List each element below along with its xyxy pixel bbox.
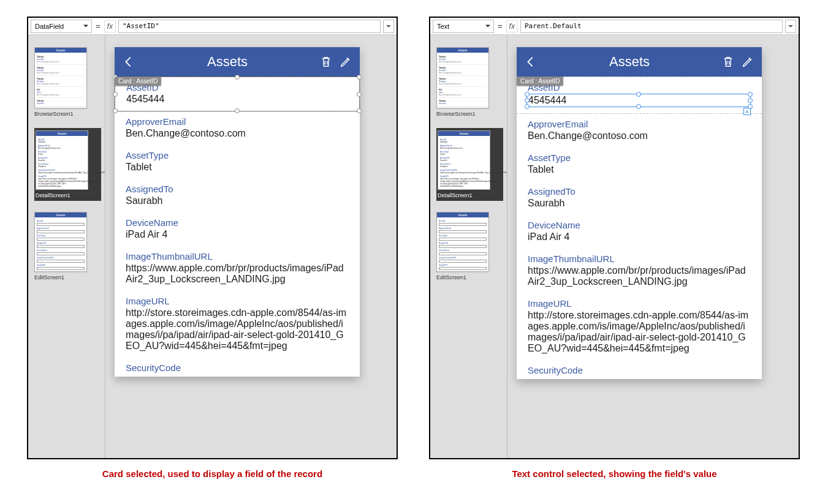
- formula-expand-button[interactable]: [785, 20, 796, 33]
- back-icon[interactable]: [122, 55, 135, 69]
- card-approveremail[interactable]: ApproverEmail Ben.Change@contoso.com: [115, 111, 360, 145]
- canvas[interactable]: Assets Card : AssetID AssetID 4545: [507, 35, 799, 458]
- resize-handle[interactable]: [636, 92, 641, 97]
- property-dropdown[interactable]: Text: [433, 20, 494, 33]
- screen-thumbnail-rail: Assets TabletSaurabhBen.Change@contoso.c…: [28, 35, 105, 458]
- resize-handle[interactable]: [525, 92, 530, 97]
- resize-handle[interactable]: [636, 104, 641, 109]
- card-devicename[interactable]: DeviceName iPad Air 4: [517, 215, 762, 249]
- resize-handle[interactable]: [525, 104, 530, 109]
- thumb-browse[interactable]: Assets TabletSaurabhBen.Change@contoso.c…: [436, 47, 503, 117]
- panel-text-selected: Text = fx Assets TabletSaurabhBen.Change…: [429, 17, 800, 459]
- thumb-detail[interactable]: Assets AssetID4545444 ApproverEmailBen.C…: [34, 128, 101, 201]
- canvas[interactable]: Assets Card : AssetID AssetID 4545444: [105, 35, 397, 458]
- resize-handle[interactable]: [525, 98, 530, 103]
- caption-right: Text control selected, showing the field…: [429, 468, 800, 479]
- thumb-edit[interactable]: Assets AssetID ApproverEmail AssetType A…: [436, 212, 503, 280]
- fx-icon[interactable]: fx: [506, 20, 518, 32]
- formula-bar: Text = fx: [430, 18, 799, 35]
- caption-left: Card selected, used to display a field o…: [27, 468, 398, 479]
- formula-expand-button[interactable]: [383, 20, 394, 33]
- selection-tag: Card : AssetID: [115, 77, 161, 86]
- card-approveremail[interactable]: ApproverEmail Ben.Change@contoso.com: [517, 114, 762, 148]
- thumb-detail[interactable]: Assets AssetID4545444 ApproverEmailBen.C…: [436, 128, 503, 201]
- trash-icon[interactable]: [319, 55, 333, 69]
- field-value: 4545444: [126, 94, 348, 105]
- resize-handle[interactable]: [748, 92, 753, 97]
- resize-handle[interactable]: [357, 75, 362, 80]
- card-imagethumbnailurl[interactable]: ImageThumbnailURL https://www.apple.com/…: [115, 246, 360, 291]
- card-imagethumbnailurl[interactable]: ImageThumbnailURL https://www.apple.com/…: [517, 249, 762, 293]
- equals-sign: =: [94, 21, 102, 31]
- workspace: Assets TabletSaurabhBen.Change@contoso.c…: [430, 35, 799, 458]
- thumb-edit[interactable]: Assets AssetID ApproverEmail AssetType A…: [34, 212, 101, 280]
- screen-thumbnail-rail: Assets TabletSaurabhBen.Change@contoso.c…: [430, 35, 507, 458]
- phone-preview: Assets Card : AssetID AssetID 4545: [517, 47, 762, 379]
- trash-icon[interactable]: [721, 55, 735, 69]
- resize-handle[interactable]: [113, 92, 118, 97]
- formula-bar: DataField = fx: [28, 18, 397, 35]
- thumb-browse[interactable]: Assets TabletSaurabhBen.Change@contoso.c…: [34, 47, 101, 117]
- card-assignedto[interactable]: AssignedTo Saurabh: [517, 181, 762, 215]
- formula-input[interactable]: [520, 20, 783, 33]
- back-icon[interactable]: [524, 55, 537, 69]
- fx-icon[interactable]: fx: [104, 20, 116, 32]
- formula-input[interactable]: [118, 20, 381, 33]
- phone-header: Assets: [115, 47, 360, 77]
- panel-card-selected: DataField = fx Assets TabletSaurabhBen.C…: [27, 17, 398, 459]
- resize-handle[interactable]: [748, 98, 753, 103]
- edit-icon[interactable]: [741, 55, 754, 69]
- card-assettype[interactable]: AssetType Tablet: [115, 145, 360, 179]
- phone-preview: Assets Card : AssetID AssetID 4545444: [115, 47, 360, 377]
- equals-sign: =: [496, 21, 504, 31]
- card-list: AssetID 4545444 A: [517, 77, 762, 379]
- card-securitycode[interactable]: SecurityCode: [517, 360, 762, 379]
- card-imageurl[interactable]: ImageURL http://store.storeimages.cdn-ap…: [517, 293, 762, 360]
- text-value-control[interactable]: 4545444 A: [526, 94, 751, 107]
- phone-header: Assets: [517, 47, 762, 77]
- card-assettype[interactable]: AssetType Tablet: [517, 148, 762, 181]
- resize-handle[interactable]: [235, 75, 240, 80]
- card-list: AssetID 4545444 ApproverEmail Ben.Chan: [115, 77, 360, 377]
- card-devicename[interactable]: DeviceName iPad Air 4: [115, 213, 360, 246]
- card-imageurl[interactable]: ImageURL http://store.storeimages.cdn-ap…: [115, 291, 360, 358]
- workspace: Assets TabletSaurabhBen.Change@contoso.c…: [28, 35, 397, 458]
- phone-title: Assets: [544, 54, 715, 70]
- property-dropdown[interactable]: DataField: [31, 20, 92, 33]
- card-assignedto[interactable]: AssignedTo Saurabh: [115, 179, 360, 213]
- resize-handle[interactable]: [357, 92, 362, 97]
- selection-tag: Card : AssetID: [517, 77, 563, 86]
- card-securitycode[interactable]: SecurityCode: [115, 358, 360, 377]
- phone-title: Assets: [142, 54, 313, 70]
- edit-icon[interactable]: [339, 55, 352, 69]
